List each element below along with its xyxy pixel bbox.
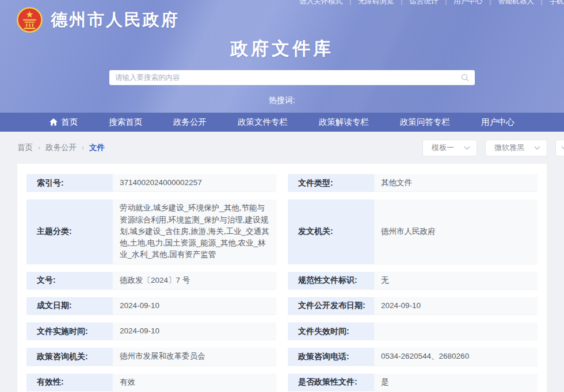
- field-value-document-number: 德政发〔2024〕7 号: [113, 272, 276, 290]
- document-metadata-grid: 索引号: 3714002024000002257 文件类型: 其他文件 主题分类…: [26, 174, 538, 392]
- nav-item-policy-qa[interactable]: 政策问答专栏: [384, 113, 466, 132]
- field-label-issuing-agency: 发文机关:: [288, 199, 374, 264]
- nav-item-label: 首页: [61, 117, 78, 128]
- size-select[interactable]: [555, 140, 564, 156]
- search-icon[interactable]: [461, 74, 469, 82]
- utility-nav: 进入关怀模式 | 无障碍浏览 | 运营统计 | 用户中心 | 智能机器人 | 手…: [299, 0, 564, 6]
- field-label-implementation-time: 文件实施时间:: [26, 322, 113, 340]
- utility-link-statistics[interactable]: 运营统计: [409, 0, 438, 6]
- nav-item-policy-interpretation[interactable]: 政策解读专栏: [303, 113, 384, 132]
- field-label-document-number: 文号:: [26, 272, 113, 290]
- field-value-is-policy-file: 是: [374, 374, 538, 391]
- field-value-normative-flag: 无: [374, 272, 538, 290]
- field-value-written-date: 2024-09-10: [113, 297, 276, 315]
- chevron-down-icon: [561, 146, 564, 150]
- column-gap: [276, 348, 288, 366]
- main-nav: 首页 搜索首页 政务公开 政策文件专栏 政策解读专栏 政策问答专栏 用户中心: [0, 113, 564, 132]
- column-gap: [276, 174, 288, 192]
- field-label-index-number: 索引号:: [26, 174, 113, 192]
- document-detail-card: 索引号: 3714002024000002257 文件类型: 其他文件 主题分类…: [17, 164, 547, 392]
- utility-separator: |: [489, 0, 491, 5]
- nav-item-label: 政策问答专栏: [400, 117, 450, 128]
- chevron-down-icon: [534, 146, 540, 150]
- nav-item-gov-disclosure[interactable]: 政务公开: [158, 113, 222, 132]
- field-label-written-date: 成文日期:: [26, 297, 113, 315]
- field-value-index-number: 3714002024000002257: [113, 174, 276, 192]
- template-select[interactable]: 模板一: [422, 140, 477, 156]
- field-value-implementation-time: 2024-09-10: [113, 322, 276, 340]
- field-label-topic-category: 主题分类:: [26, 199, 113, 264]
- breadcrumb-separator: ›: [82, 144, 84, 152]
- font-select[interactable]: 微软雅黑: [485, 140, 547, 156]
- utility-separator: |: [401, 0, 403, 5]
- column-gap: [276, 374, 288, 391]
- column-gap: [276, 199, 288, 264]
- utility-separator: |: [349, 0, 351, 5]
- field-label-expiry-time: 文件失效时间:: [288, 322, 374, 340]
- nav-item-policy-files[interactable]: 政策文件专栏: [222, 113, 303, 132]
- field-value-consulting-agency: 德州市发展和改革委员会: [113, 348, 276, 366]
- utility-link-robot[interactable]: 智能机器人: [498, 0, 534, 6]
- breadcrumb-home[interactable]: 首页: [17, 143, 33, 153]
- font-select-value: 微软雅黑: [494, 143, 524, 153]
- utility-separator: |: [541, 0, 543, 5]
- utility-link-care-mode[interactable]: 进入关怀模式: [299, 0, 342, 6]
- nav-item-user-center[interactable]: 用户中心: [466, 113, 530, 132]
- nav-item-label: 搜索首页: [109, 117, 142, 128]
- column-gap: [276, 272, 288, 290]
- page: { "top_utility": { "separator": "|", "it…: [0, 0, 564, 392]
- nav-item-label: 政务公开: [173, 117, 207, 128]
- column-gap: [276, 322, 288, 340]
- field-value-public-release-date: 2024-09-10: [374, 297, 538, 315]
- hot-search-label: 热搜词:: [0, 95, 564, 106]
- breadcrumb-current: 文件: [89, 143, 105, 153]
- nav-item-search-home[interactable]: 搜索首页: [93, 113, 158, 132]
- template-select-value: 模板一: [432, 143, 454, 153]
- page-title: 政府文件库: [0, 37, 564, 61]
- site-brand[interactable]: 德州市人民政府: [16, 6, 180, 33]
- national-emblem-icon: [16, 6, 43, 33]
- search-bar: [109, 70, 475, 85]
- field-label-consulting-phone: 政策咨询电话:: [288, 348, 374, 366]
- display-toolbar: 模板一 微软雅黑: [422, 140, 564, 156]
- field-value-expiry-time: [374, 322, 538, 340]
- chevron-down-icon: [464, 146, 470, 150]
- breadcrumb-separator: ›: [38, 144, 40, 152]
- field-value-validity: 有效: [113, 374, 276, 391]
- utility-link-accessibility[interactable]: 无障碍浏览: [358, 0, 394, 6]
- field-label-public-release-date: 文件公开发布日期:: [288, 297, 374, 315]
- nav-item-label: 政策文件专栏: [238, 117, 288, 128]
- utility-link-user-center[interactable]: 用户中心: [454, 0, 482, 6]
- breadcrumb-gov-disclosure[interactable]: 政务公开: [45, 143, 77, 153]
- field-label-normative-flag: 规范性文件标识:: [288, 272, 374, 290]
- field-label-consulting-agency: 政策咨询机关:: [26, 348, 113, 366]
- breadcrumb: 首页 › 政务公开 › 文件: [17, 143, 105, 153]
- field-value-file-type: 其他文件: [374, 174, 538, 192]
- utility-separator: |: [445, 0, 447, 5]
- field-value-consulting-phone: 0534-2620544、2680260: [374, 348, 538, 366]
- search-input[interactable]: [115, 74, 461, 82]
- field-label-file-type: 文件类型:: [288, 174, 374, 192]
- breadcrumb-toolbar-row: 首页 › 政务公开 › 文件 模板一 微软雅黑: [0, 132, 564, 164]
- field-label-is-policy-file: 是否政策性文件:: [288, 374, 374, 391]
- field-label-validity: 有效性:: [26, 374, 113, 391]
- home-icon: [49, 118, 58, 126]
- header-banner: 进入关怀模式 | 无障碍浏览 | 运营统计 | 用户中心 | 智能机器人 | 手…: [0, 0, 564, 113]
- field-value-issuing-agency: 德州市人民政府: [374, 199, 538, 264]
- field-value-topic-category: 劳动就业,城乡建设_环境保护_其他,节能与资源综合利用,环境监测_保护与治理,建…: [113, 199, 276, 264]
- nav-item-home[interactable]: 首页: [34, 113, 93, 132]
- nav-item-label: 用户中心: [481, 117, 515, 128]
- utility-link-mobile[interactable]: 手机版: [550, 0, 564, 6]
- site-name: 德州市人民政府: [51, 9, 180, 32]
- column-gap: [276, 297, 288, 315]
- nav-item-label: 政策解读专栏: [319, 117, 369, 128]
